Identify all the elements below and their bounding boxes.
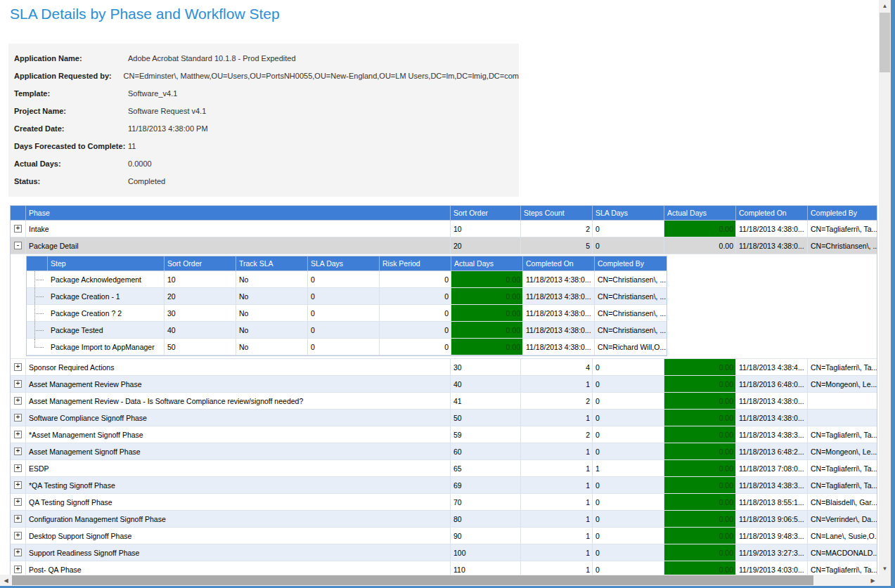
vertical-scrollbar-thumb[interactable] — [880, 13, 890, 72]
phase-actual-days: 0.00 — [664, 426, 736, 443]
info-field: Project Name: Software Request v4.1 — [14, 102, 519, 119]
expand-toggle-icon[interactable]: + — [14, 464, 22, 472]
phase-name: Desktop Support Signoff Phase — [26, 528, 451, 544]
phase-actual-days: 0.00 — [664, 528, 736, 544]
phase-sort-order: 60 — [451, 443, 521, 459]
phase-sla-days: 0 — [593, 221, 664, 237]
phase-completed-on: 11/18/2013 4:38:4... — [736, 359, 808, 375]
expand-toggle-icon[interactable]: + — [14, 515, 22, 523]
expand-toggle-icon[interactable]: + — [14, 414, 22, 422]
info-field: Actual Days: 0.0000 — [14, 155, 519, 172]
expander-cell: + — [11, 443, 26, 459]
expand-toggle-icon[interactable]: + — [14, 532, 22, 540]
phase-sort-order: 65 — [451, 460, 521, 476]
step-risk-period: 0 — [380, 288, 451, 304]
phase-sla-days: 0 — [593, 528, 664, 544]
phase-sort-order: 80 — [451, 511, 521, 527]
step-sort-order: 40 — [165, 322, 236, 338]
phase-steps-count: 5 — [521, 237, 593, 254]
tree-branch-icon — [27, 305, 48, 321]
phase-sla-days: 1 — [593, 460, 664, 476]
vertical-scrollbar[interactable]: ▲ ▼ — [879, 0, 891, 575]
phase-table-header: Phase Sort Order Steps Count SLA Days Ac… — [11, 206, 877, 221]
expander-cell: + — [11, 359, 26, 375]
step-name: Package Import to AppManager — [48, 339, 165, 355]
step-completed-on: 11/18/2013 4:38:0... — [523, 305, 595, 321]
step-track-sla: No — [236, 288, 308, 304]
info-field-label: Application Requested by: — [14, 72, 124, 80]
scroll-right-icon[interactable]: ▶ — [867, 575, 879, 586]
phase-sla-days: 0 — [593, 393, 664, 409]
phase-name: Intake — [26, 221, 451, 237]
expand-toggle-icon[interactable]: + — [14, 363, 22, 371]
step-column-header-actual-days: Actual Days — [451, 256, 523, 270]
phase-row: + Sponsor Required Actions 30 4 0 0.00 1… — [11, 359, 877, 376]
horizontal-scrollbar[interactable]: ◀ ▶ — [0, 575, 879, 586]
step-sla-days: 0 — [308, 322, 380, 338]
info-field-value: 11 — [128, 142, 136, 150]
phase-sla-days: 0 — [593, 511, 664, 527]
info-field-value: Software Request v4.1 — [128, 107, 206, 115]
info-field-label: Actual Days: — [14, 159, 128, 168]
expand-toggle-icon[interactable]: + — [14, 397, 22, 405]
tree-branch-icon — [27, 288, 48, 304]
step-column-header-tree — [27, 256, 48, 270]
expand-toggle-icon[interactable]: + — [14, 380, 22, 388]
scroll-down-icon[interactable]: ▼ — [879, 563, 891, 575]
phase-completed-on: 11/18/2013 9:06:5... — [736, 511, 808, 527]
step-actual-days: 0.00 — [451, 305, 523, 321]
phase-steps-count: 1 — [521, 376, 593, 392]
phase-row: + Support Readiness Signoff Phase 100 1 … — [11, 544, 877, 561]
step-completed-by: CN=Richard Will,O... — [595, 339, 667, 355]
phase-completed-on: 11/18/2013 9:48:3... — [736, 528, 808, 544]
step-actual-days: 0.00 — [451, 322, 523, 338]
step-column-header-completed-on: Completed On — [523, 256, 595, 270]
expand-toggle-icon[interactable]: + — [14, 498, 22, 506]
phase-row: + Configuration Management Signoff Phase… — [11, 511, 877, 528]
report-info-panel: Application Name: Adobe Acrobat Standard… — [8, 44, 519, 197]
step-column-header-risk-period: Risk Period — [380, 256, 451, 270]
phase-steps-count: 1 — [521, 494, 593, 510]
step-subtable-container: Step Sort Order Track SLA SLA Days Risk … — [11, 254, 877, 359]
phase-actual-days: 0.00 — [664, 443, 736, 459]
info-field: Status: Completed — [14, 172, 519, 190]
phase-sort-order: 50 — [451, 410, 521, 426]
phase-name: Configuration Management Signoff Phase — [26, 511, 451, 527]
step-sla-days: 0 — [308, 288, 380, 304]
phase-row: + *QA Testing Signoff Phase 69 1 0 0.00 … — [11, 477, 877, 494]
scroll-up-icon[interactable]: ▲ — [879, 0, 891, 12]
phase-completed-on: 11/18/2013 4:38:0... — [736, 393, 808, 409]
expand-toggle-icon[interactable]: + — [14, 549, 22, 556]
step-completed-on: 11/18/2013 4:38:0... — [523, 339, 595, 355]
expand-toggle-icon[interactable]: + — [14, 566, 22, 573]
step-name: Package Acknowledgement — [48, 271, 165, 287]
expander-cell: + — [11, 376, 26, 392]
phase-actual-days: 0.00 — [664, 410, 736, 426]
phase-steps-count: 2 — [521, 426, 593, 443]
expand-toggle-icon[interactable]: + — [14, 481, 22, 489]
phase-completed-by: CN=Mongeon\, Le... — [808, 443, 877, 459]
step-actual-days: 0.00 — [451, 288, 523, 304]
expander-cell: - — [11, 237, 26, 254]
step-completed-by: CN=Christiansen\, ... — [595, 305, 667, 321]
info-field-label: Project Name: — [14, 107, 128, 115]
column-header-sla-days: SLA Days — [593, 206, 664, 220]
expand-toggle-icon[interactable]: + — [14, 447, 22, 455]
expand-toggle-icon[interactable]: - — [14, 242, 22, 249]
expand-toggle-icon[interactable]: + — [14, 225, 22, 233]
phase-row: + Software Compliance Signoff Phase 50 1… — [11, 410, 877, 426]
horizontal-scrollbar-thumb[interactable] — [12, 575, 813, 585]
phase-sort-order: 20 — [451, 237, 521, 254]
phase-sort-order: 10 — [451, 221, 521, 237]
phase-steps-count: 1 — [521, 460, 593, 476]
phase-completed-by: CN=Tagliaferri\, Ta... — [808, 359, 877, 375]
scrollbar-corner — [879, 575, 891, 586]
info-field: Created Date: 11/18/2013 4:38:00 PM — [14, 119, 519, 137]
expand-toggle-icon[interactable]: + — [14, 431, 22, 438]
step-completed-by: CN=Christiansen\, ... — [595, 271, 667, 287]
phase-sort-order: 40 — [451, 376, 521, 392]
phase-completed-by: CN=Tagliaferri\, Ta... — [808, 426, 877, 443]
phase-name: Sponsor Required Actions — [26, 359, 451, 375]
scroll-left-icon[interactable]: ◀ — [0, 575, 12, 586]
phase-completed-on: 11/18/2013 4:38:0... — [736, 221, 808, 237]
